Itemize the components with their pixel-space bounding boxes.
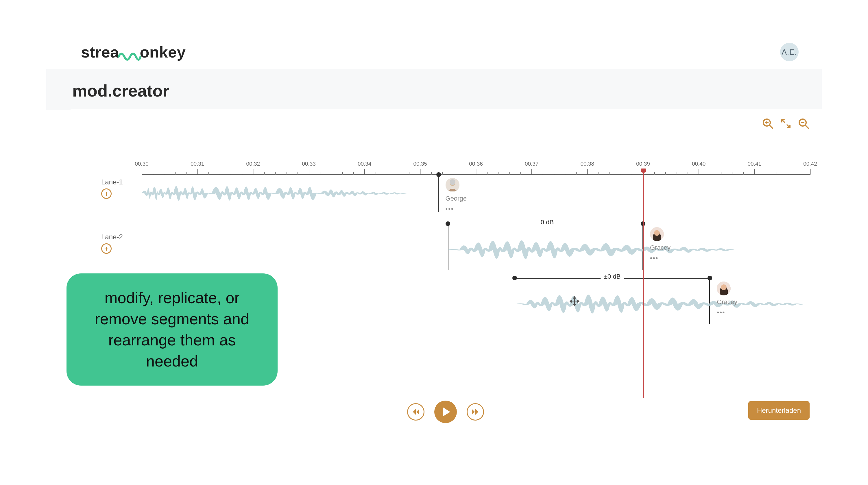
- logo-text-suffix: onkey: [140, 43, 186, 61]
- app-logo: strea onkey: [81, 43, 186, 61]
- gain-label: ±0 dB: [534, 219, 557, 226]
- logo-text-prefix: strea: [81, 43, 119, 61]
- zoom-fit-icon[interactable]: [779, 117, 792, 130]
- svg-point-9: [450, 179, 455, 185]
- speaker-avatar: [717, 282, 731, 295]
- forward-button[interactable]: [467, 403, 484, 421]
- play-button[interactable]: [434, 400, 457, 423]
- ruler-tick: 00:41: [748, 161, 762, 167]
- ruler-tick: 00:31: [190, 161, 205, 167]
- ruler-tick: 00:38: [581, 161, 594, 167]
- gain-label: ±0 dB: [600, 273, 624, 280]
- speaker-avatar: [445, 178, 460, 192]
- ruler-tick: 00:36: [469, 161, 483, 167]
- speaker-name: Gracey: [650, 244, 671, 252]
- clip-menu-icon[interactable]: •••: [445, 205, 454, 213]
- svg-point-15: [721, 284, 726, 290]
- ruler-tick: 00:42: [803, 161, 817, 167]
- help-callout: modify, replicate, or remove segments an…: [66, 273, 278, 386]
- svg-line-5: [805, 125, 808, 128]
- audio-clip-2[interactable]: ±0 dB Gracey •••: [448, 224, 643, 270]
- lane-1-label: Lane-1: [101, 178, 123, 186]
- user-initials: A.E.: [781, 48, 797, 57]
- rewind-button[interactable]: [407, 403, 425, 421]
- zoom-out-icon[interactable]: [798, 117, 810, 130]
- zoom-in-icon[interactable]: [762, 117, 774, 130]
- move-cursor-icon: [569, 296, 580, 306]
- ruler-tick: 00:39: [636, 161, 650, 167]
- download-button[interactable]: Herunterladen: [748, 401, 810, 420]
- ruler-tick: 00:37: [525, 161, 539, 167]
- ruler-tick: 00:33: [302, 161, 316, 167]
- lane-2-label: Lane-2: [101, 233, 123, 241]
- transport-controls: [407, 400, 484, 423]
- speaker-name: George: [445, 195, 467, 202]
- ruler-tick: 00:35: [413, 161, 427, 167]
- ruler-tick: 00:40: [692, 161, 706, 167]
- lane-1-add-button[interactable]: +: [101, 189, 112, 199]
- time-ruler[interactable]: 00:3000:3100:3200:3300:3400:3500:3600:37…: [142, 161, 810, 174]
- speaker-avatar: [650, 227, 664, 241]
- user-avatar[interactable]: A.E.: [780, 43, 799, 61]
- ruler-tick: 00:30: [135, 161, 149, 167]
- ruler-tick: 00:34: [358, 161, 372, 167]
- audio-clip-1[interactable]: George •••: [142, 174, 439, 212]
- clip-menu-icon[interactable]: •••: [717, 309, 725, 316]
- speaker-name: Gracey: [717, 298, 737, 306]
- logo-wave-icon: [118, 47, 141, 57]
- clip-menu-icon[interactable]: •••: [650, 254, 658, 262]
- page-title: mod.creator: [46, 69, 822, 110]
- svg-line-1: [769, 125, 773, 128]
- audio-clip-3[interactable]: ±0 dB Gracey •••: [515, 278, 710, 324]
- svg-point-11: [654, 230, 660, 236]
- ruler-tick: 00:32: [246, 161, 260, 167]
- playhead[interactable]: [643, 169, 644, 398]
- lane-2-add-button[interactable]: +: [101, 244, 112, 254]
